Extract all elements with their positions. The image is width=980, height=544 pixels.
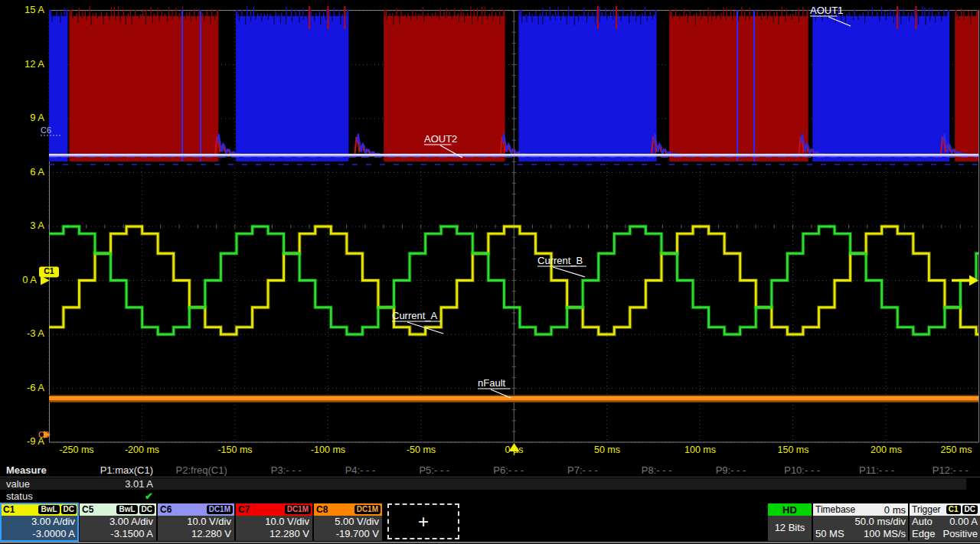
channel-name-label: C1	[3, 504, 15, 515]
channel-offset-label: -19.700 V	[314, 528, 382, 540]
oscilloscope-screen: 15 A12 A9 A6 A3 A0 A-3 A-6 A-9 A-250 ms-…	[0, 0, 980, 544]
timebase-delay: 0 ms	[884, 504, 906, 516]
channel-descriptor-c6[interactable]: C6DC1M10.0 V/div12.280 V	[158, 503, 234, 541]
trace-nfault	[49, 395, 978, 402]
channel-descriptor-c1[interactable]: C1BwLDC3.00 A/div-3.0000 A	[1, 503, 78, 541]
channel-scale-label: 10.0 V/div	[158, 516, 234, 528]
y-tick-label: 3 A	[30, 220, 44, 231]
channel-name-label: C7	[238, 504, 250, 515]
svg-text:AOUT1: AOUT1	[810, 5, 843, 16]
measure-value-1: 3.01 A	[38, 478, 153, 490]
x-tick-label: -100 ms	[311, 445, 345, 455]
x-tick-label: 50 ms	[594, 445, 620, 455]
coupling-badge: BwL	[116, 505, 137, 514]
channel-scale-label: 10.0 V/div	[236, 516, 312, 528]
trigger-coupling-badge: DC	[962, 505, 978, 514]
y-tick-label: 15 A	[24, 4, 44, 15]
measure-divider	[0, 477, 980, 477]
y-tick-label: 9 A	[30, 112, 44, 123]
x-tick-label: 250 ms	[941, 445, 972, 455]
status-check-icon: ✔	[38, 490, 153, 502]
value-row-label: value	[6, 478, 30, 490]
trigger-header: Trigger C1 DC	[910, 503, 980, 516]
measure-header-row: Measure P1:max(C1)P2:freq(C1)P3:- - -P4:…	[0, 464, 980, 477]
timebase-box[interactable]: Timebase 0 ms 50.0 ms/div 50 MS 100 MS/s	[813, 503, 908, 541]
plus-icon: +	[418, 511, 429, 533]
trigger-type: Edge	[912, 528, 935, 540]
trace-label-current_b: Current_B	[537, 255, 586, 277]
coupling-badge: BwL	[38, 505, 59, 514]
measure-col-12[interactable]: P12:- - -	[854, 464, 969, 476]
channel-offset-label: 12.280 V	[158, 528, 234, 540]
x-tick-label: 150 ms	[778, 445, 809, 455]
channel-offset-label: -3.0000 A	[1, 528, 78, 540]
hd-mode-box[interactable]: HD 12 Bits	[768, 503, 812, 541]
x-tick-label: -150 ms	[217, 445, 252, 455]
channel-descriptor-c5[interactable]: C5BwLDC3.00 A/div-3.1500 A	[80, 503, 156, 541]
svg-text:Current_B: Current_B	[537, 255, 583, 266]
measure-status-row: status ✔	[0, 490, 980, 503]
screen-bottom-divider	[0, 542, 980, 543]
svg-text:C1: C1	[44, 266, 54, 275]
channel-scale-label: 3.00 A/div	[1, 516, 78, 528]
waveform-display[interactable]: 15 A12 A9 A6 A3 A0 A-3 A-6 A-9 A-250 ms-…	[0, 0, 980, 462]
channel-name-label: C6	[160, 504, 172, 515]
trigger-source-badge: C1	[946, 505, 961, 514]
timebase-header: Timebase 0 ms	[813, 503, 908, 516]
y-tick-label: -6 A	[27, 382, 44, 393]
y-axis-labels: 15 A12 A9 A6 A3 A0 A-3 A-6 A-9 A	[22, 4, 44, 447]
y-tick-label: 0 A	[22, 274, 37, 285]
y-tick-label: -3 A	[27, 327, 44, 339]
y-tick-label: 6 A	[30, 166, 44, 178]
timebase-title: Timebase	[815, 504, 855, 515]
hd-bits-label: 12 Bits	[768, 516, 812, 540]
coupling-badge: DC	[61, 505, 77, 514]
svg-text:Current_A: Current_A	[392, 310, 438, 321]
trace-label-nfault: nFault	[478, 377, 511, 398]
svg-text:nFault: nFault	[478, 377, 506, 389]
x-tick-label: 200 ms	[871, 445, 902, 455]
trigger-title: Trigger	[912, 504, 941, 515]
channel-scale-label: 5.00 V/div	[314, 516, 382, 528]
trigger-slope: Positive	[942, 528, 978, 540]
timebase-samples: 50 MS	[815, 528, 844, 540]
channel-offset-label: -3.1500 A	[80, 528, 156, 540]
trigger-box[interactable]: Trigger C1 DC Auto 0.00 A Edge Positive	[910, 503, 980, 541]
c6-offset-marker: C6	[41, 125, 51, 135]
timebase-rate: 100 MS/s	[864, 528, 906, 540]
measure-value-row: value 3.01 A	[0, 478, 980, 490]
channel-descriptor-c8[interactable]: C8DC1M5.00 V/div-19.700 V	[314, 503, 382, 541]
trigger-mode: Auto	[912, 516, 933, 528]
trace-label-current_a: Current_A	[392, 310, 443, 334]
channel-name-label: C8	[316, 504, 328, 515]
coupling-badge: DC1M	[354, 505, 381, 514]
add-channel-button[interactable]: +	[387, 503, 459, 539]
channel-scale-label: 3.00 A/div	[80, 516, 156, 528]
channel-offset-label: 12.280 V	[236, 528, 312, 540]
coupling-badge: DC1M	[285, 505, 311, 514]
svg-text:AOUT2: AOUT2	[424, 133, 457, 145]
x-tick-label: -200 ms	[125, 445, 159, 455]
hd-badge: HD	[768, 503, 812, 516]
channel-name-label: C5	[82, 504, 93, 515]
status-row-label: status	[6, 490, 33, 502]
x-tick-label: -250 ms	[59, 445, 93, 455]
x-tick-label: 100 ms	[684, 445, 716, 455]
coupling-badge: DC	[139, 505, 155, 514]
x-tick-label: -50 ms	[407, 445, 436, 455]
y-tick-label: 12 A	[24, 58, 44, 70]
trigger-level: 0.00 A	[949, 516, 978, 528]
channel-descriptor-c7[interactable]: C7DC1M10.0 V/div12.280 V	[236, 503, 312, 541]
timebase-scale: 50.0 ms/div	[813, 516, 908, 528]
coupling-badge: DC1M	[207, 505, 233, 514]
